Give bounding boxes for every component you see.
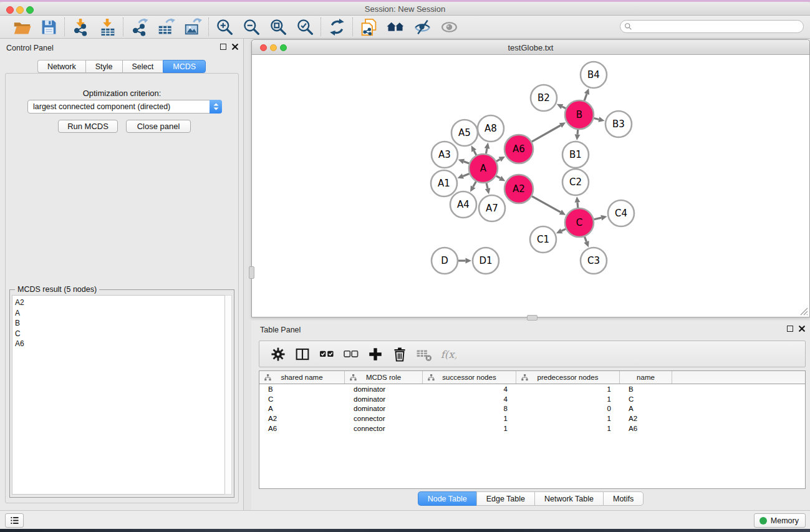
graph-node-B2[interactable]: B2 [531,85,557,111]
table-row[interactable]: A2connector11A2 [259,414,805,423]
mcds-result-list[interactable]: A2ABCA6 [12,295,226,495]
delete-column-icon[interactable] [391,346,408,362]
session-titlebar[interactable]: Session: New Session [0,2,810,16]
dropdown-stepper-icon[interactable] [210,100,222,114]
search-input[interactable] [632,21,803,32]
edge-A6-B[interactable] [532,125,561,142]
zoom-fit-icon[interactable] [269,17,287,36]
edge-A-A8[interactable] [486,148,487,153]
zoom-out-icon[interactable] [242,17,261,36]
task-history-button[interactable] [5,513,24,528]
graph-node-A1[interactable]: A1 [431,170,457,196]
graph-node-C2[interactable]: C2 [562,169,589,195]
edge-A-A2[interactable] [496,176,500,178]
column-header-name[interactable]: name [620,371,672,384]
export-image-icon[interactable] [183,17,202,36]
column-header-MCDS-role[interactable]: MCDS role [345,371,423,384]
tab-style[interactable]: Style [85,60,122,73]
graph-node-B[interactable]: B [565,100,594,129]
memory-button[interactable]: Memory [754,513,806,528]
delete-table-icon[interactable] [415,346,432,362]
tab-node-table[interactable]: Node Table [418,491,476,506]
save-session-icon[interactable] [39,17,58,36]
import-network-icon[interactable] [71,17,90,36]
import-table-icon[interactable] [98,17,117,36]
graph-node-C1[interactable]: C1 [530,226,556,253]
close-table-panel-icon[interactable] [799,326,805,332]
node-table[interactable]: shared name MCDS role successor nodes pr… [259,370,806,489]
result-list-scrollbar[interactable] [224,295,232,495]
graph-node-D[interactable]: D [432,248,458,274]
zoom-selected-icon[interactable] [296,17,314,36]
tab-network-table[interactable]: Network Table [534,491,603,506]
graph-node-B4[interactable]: B4 [581,62,607,88]
column-header-predecessor-nodes[interactable]: predecessor nodes [516,371,620,384]
graph-node-C3[interactable]: C3 [581,248,607,274]
run-mcds-button[interactable]: Run MCDS [58,120,118,133]
table-row[interactable]: Bdominator41B [259,384,805,394]
edge-C-C1[interactable] [561,229,566,231]
tab-edge-table[interactable]: Edge Table [476,491,534,506]
create-column-icon[interactable] [367,346,383,362]
criterion-dropdown[interactable]: largest connected component (directed) [27,100,222,114]
edge-A2-C[interactable] [532,196,561,213]
edge-A-A4[interactable] [473,181,476,187]
function-builder-icon[interactable]: f(x) [440,346,456,362]
tab-select[interactable]: Select [122,60,163,73]
edge-C-C3[interactable] [584,236,586,241]
new-network-from-selection-icon[interactable] [359,17,378,36]
zoom-in-icon[interactable] [215,17,234,36]
close-panel-icon[interactable] [232,44,238,50]
graph-node-B1[interactable]: B1 [562,142,589,168]
graph-node-A2[interactable]: A2 [504,175,533,203]
show-all-icon[interactable] [440,17,458,36]
export-network-icon[interactable] [130,17,148,36]
tab-mcds[interactable]: MCDS [163,60,206,73]
network-graph-canvas[interactable]: A A1 A2 A3 A4 A5 A6 A7 A8 B B1 B2 B3 [253,55,809,317]
table-row[interactable]: A6connector11A6 [259,423,805,433]
first-neighbors-icon[interactable] [386,17,405,36]
graph-node-A8[interactable]: A8 [478,115,504,142]
apply-preferred-layout-icon[interactable] [327,17,346,36]
graph-node-A6[interactable]: A6 [504,135,533,163]
mcds-result-item[interactable]: A [15,308,225,319]
edge-B-B1[interactable] [577,130,578,135]
export-table-icon[interactable] [157,17,175,36]
network-window-titlebar[interactable]: testGlobe.txt [252,40,809,55]
table-row[interactable]: Adominator80A [259,404,805,414]
column-header-successor-nodes[interactable]: successor nodes [423,371,516,384]
graph-node-B3[interactable]: B3 [605,111,632,137]
table-row[interactable]: Cdominator41C [259,394,805,404]
horizontal-splitter-handle[interactable] [527,315,538,321]
graph-node-A5[interactable]: A5 [451,120,478,146]
edge-A-A1[interactable] [463,174,469,177]
edge-B-B2[interactable] [562,107,566,109]
network-view-window[interactable]: testGlobe.txt A A1 A2 A3 A4 A5 A6 A7 A8 … [251,39,810,317]
resize-grip-icon[interactable] [800,307,808,316]
close-panel-button[interactable]: Close panel [126,120,191,133]
edge-B-B3[interactable] [594,118,599,120]
column-view-icon[interactable] [294,346,311,362]
graph-node-C[interactable]: C [565,208,594,237]
edge-B-B4[interactable] [584,94,587,101]
open-session-icon[interactable] [12,17,31,36]
mcds-result-item[interactable]: C [15,329,225,339]
select-all-columns-icon[interactable] [318,346,335,362]
column-header-shared-name[interactable]: shared name [259,371,345,384]
vertical-splitter-handle[interactable] [249,266,254,279]
edge-A-A3[interactable] [464,162,470,163]
mcds-result-item[interactable]: A2 [15,297,225,308]
float-panel-icon[interactable] [220,44,226,50]
hide-selected-icon[interactable] [413,17,432,36]
mcds-result-item[interactable]: B [15,318,225,329]
table-settings-icon[interactable] [269,346,286,362]
edge-A-A5[interactable] [474,151,476,155]
edge-C-C2[interactable] [577,202,578,208]
tab-motifs[interactable]: Motifs [603,491,644,506]
graph-node-A4[interactable]: A4 [450,191,476,218]
float-table-panel-icon[interactable] [787,326,793,332]
mcds-result-item[interactable]: A6 [15,339,225,349]
deselect-all-columns-icon[interactable] [342,346,359,362]
graph-node-D1[interactable]: D1 [473,248,499,274]
edge-C-C4[interactable] [594,218,601,220]
